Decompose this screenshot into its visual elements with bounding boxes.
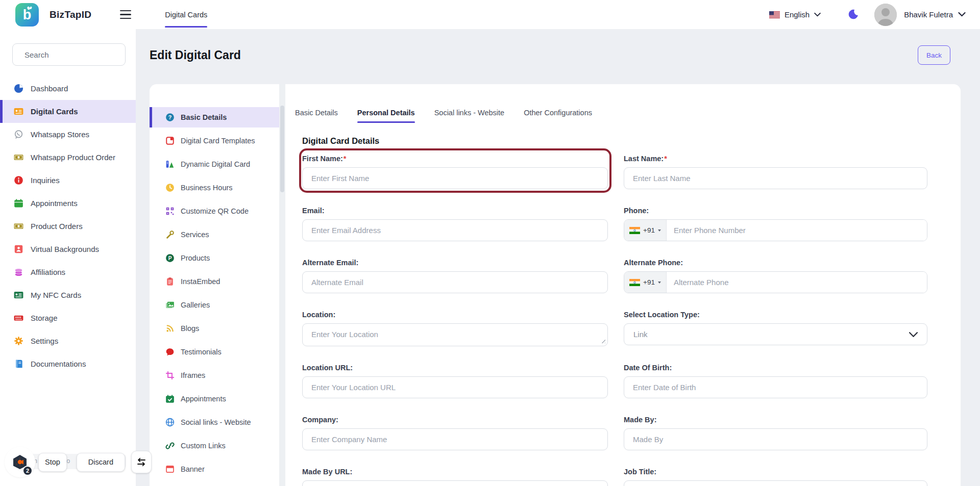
svg-text:?: ? <box>168 114 172 120</box>
sidebar-item-my-nfc-cards[interactable]: My NFC Cards <box>0 284 136 306</box>
sidebar-item-virtual-backgrounds[interactable]: Virtual Backgrounds <box>0 238 136 261</box>
svg-text:P: P <box>168 255 172 261</box>
card-nav-social-links-website[interactable]: Social links - Website <box>150 412 279 432</box>
location-url-input[interactable] <box>302 376 608 398</box>
header-nav-digital-cards[interactable]: Digital Cards <box>165 0 207 29</box>
card-nav-customize-qr-code[interactable]: Customize QR Code <box>150 201 279 221</box>
caret-down-icon <box>658 229 661 232</box>
chevron-down-icon <box>958 12 966 17</box>
user-name[interactable]: Bhavik Fuletra <box>904 10 953 19</box>
alternate-phone-input[interactable] <box>667 272 927 293</box>
sidebar-item-documentations[interactable]: Documentations <box>0 352 136 375</box>
recorder-logo[interactable]: 2 <box>6 448 34 476</box>
qr-code-icon <box>165 207 175 216</box>
last-name-input[interactable] <box>624 167 927 189</box>
brand-name: BizTapID <box>50 9 91 20</box>
card-nav-galleries[interactable]: Galleries <box>150 295 279 315</box>
stop-button[interactable]: Stop <box>38 453 67 472</box>
card-nav-digital-card-templates[interactable]: Digital Card Templates <box>150 131 279 151</box>
sidebar-item-whatsapp-stores[interactable]: Whatsapp Stores <box>0 123 136 146</box>
page-title: Edit Digital Card <box>150 48 241 62</box>
job-title-input[interactable] <box>624 480 927 486</box>
location-textarea[interactable] <box>302 323 608 346</box>
globe-icon <box>165 418 175 427</box>
nfc-card-icon <box>13 290 23 300</box>
dial-code-selector[interactable]: +91 <box>624 220 667 241</box>
clipboard-icon <box>165 277 175 287</box>
alternate-email-input[interactable] <box>302 271 608 293</box>
phone-input[interactable] <box>667 220 927 241</box>
back-button[interactable]: Back <box>918 45 950 65</box>
tab-other-configurations[interactable]: Other Configurations <box>524 109 592 123</box>
card-nav-instaembed[interactable]: InstaEmbed <box>150 271 279 292</box>
required-mark: * <box>664 155 667 163</box>
link-icon <box>165 441 175 451</box>
avatar[interactable] <box>874 4 897 26</box>
dark-mode-toggle[interactable] <box>847 9 859 20</box>
card-nav-products[interactable]: P Products <box>150 248 279 268</box>
main-area: Edit Digital Card Back ? Basic Details D… <box>136 29 980 486</box>
user-menu-chevron[interactable] <box>958 12 966 17</box>
hamburger-menu-icon[interactable] <box>120 10 131 19</box>
chat-bubble-icon <box>165 347 175 357</box>
card-content: Basic Details Personal Details Social li… <box>285 84 961 486</box>
required-mark: * <box>344 155 347 163</box>
date-of-birth-input[interactable] <box>624 376 927 398</box>
brand-logo: b <box>15 3 39 27</box>
sidebar-item-whatsapp-product-order[interactable]: Whatsapp Product Order <box>0 146 136 169</box>
wrench-icon <box>165 230 175 240</box>
inner-scrollbar[interactable] <box>279 84 285 486</box>
card-section-nav: ? Basic Details Digital Card Templates D… <box>150 84 279 486</box>
field-label: Location: <box>302 310 608 319</box>
whatsapp-icon <box>13 130 23 140</box>
language-selector[interactable]: English <box>769 10 821 19</box>
sidebar-item-product-orders[interactable]: Product Orders <box>0 215 136 238</box>
dial-code-selector[interactable]: +91 <box>624 272 667 293</box>
card-nav-appointments[interactable]: Appointments <box>150 389 279 409</box>
sidebar-search[interactable] <box>12 43 126 66</box>
discard-button[interactable]: Discard <box>77 453 125 472</box>
dynamic-card-icon <box>165 160 175 169</box>
sidebar-item-dashboard[interactable]: Dashboard <box>0 77 136 100</box>
sidebar-item-affiliations[interactable]: Affiliations <box>0 261 136 284</box>
scrollbar-thumb[interactable] <box>280 106 284 192</box>
search-input[interactable] <box>24 50 126 59</box>
tab-basic-details[interactable]: Basic Details <box>295 109 338 123</box>
field-label: Job Title: <box>624 467 927 476</box>
made-by-url-input[interactable] <box>302 480 608 486</box>
calendar-check-icon <box>165 394 175 404</box>
field-made-by-url: Made By URL: <box>302 467 608 486</box>
sidebar-item-appointments[interactable]: Appointments <box>0 192 136 215</box>
sidebar-item-digital-cards[interactable]: Digital Cards <box>0 100 136 123</box>
card-nav-dynamic-digital-card[interactable]: Dynamic Digital Card <box>150 154 279 174</box>
made-by-input[interactable] <box>624 428 927 450</box>
card-nav-testimonials[interactable]: Testimonials <box>150 342 279 362</box>
tab-social-links-website[interactable]: Social links - Website <box>434 109 505 123</box>
sidebar: Dashboard Digital Cards Whatsapp Stores … <box>0 29 136 486</box>
sidebar-item-inquiries[interactable]: Inquiries <box>0 169 136 192</box>
sidebar-item-settings[interactable]: Settings <box>0 329 136 352</box>
pie-chart-icon <box>13 84 23 94</box>
card-nav-custom-links[interactable]: Custom Links <box>150 436 279 456</box>
leaf-icon <box>27 6 32 10</box>
person-icon <box>874 4 897 26</box>
company-input[interactable] <box>302 428 608 450</box>
email-input[interactable] <box>302 219 608 241</box>
sidebar-item-storage[interactable]: Storage <box>0 306 136 329</box>
gear-icon <box>13 336 23 346</box>
swap-button[interactable] <box>131 451 152 473</box>
location-type-select[interactable]: Link <box>624 323 927 345</box>
card-nav-basic-details[interactable]: ? Basic Details <box>150 107 279 127</box>
tab-personal-details[interactable]: Personal Details <box>357 109 415 123</box>
field-label: Email: <box>302 206 608 215</box>
first-name-input[interactable] <box>302 167 608 189</box>
field-company: Company: <box>302 415 608 450</box>
field-phone: Phone: +91 <box>624 206 927 241</box>
card-nav-services[interactable]: Services <box>150 224 279 245</box>
card-nav-banner[interactable]: Banner <box>150 459 279 479</box>
card-nav-business-hours[interactable]: Business Hours <box>150 177 279 198</box>
card-nav-blogs[interactable]: Blogs <box>150 318 279 339</box>
dial-code: +91 <box>643 278 655 286</box>
id-card-icon <box>13 107 23 117</box>
card-nav-iframes[interactable]: Iframes <box>150 365 279 386</box>
